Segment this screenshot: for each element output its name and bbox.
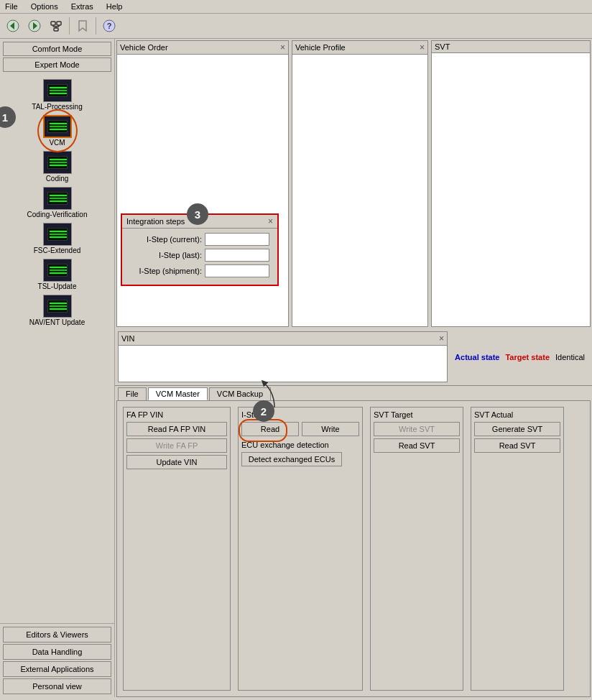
read-svt-actual-button[interactable]: Read SVT [474,438,560,453]
read-button[interactable]: Read [241,422,299,436]
tab-file[interactable]: File [118,387,147,400]
tab-vcm-backup[interactable]: VCM Backup [209,387,271,400]
menu-options[interactable]: Options [29,1,60,11]
coding-verification-label: Coding-Verification [27,211,88,218]
write-button[interactable]: Write [302,422,359,436]
svg-rect-4 [51,22,55,25]
step3-circle: 3 [187,203,208,225]
personal-view-button[interactable]: Personal view [3,678,111,694]
coding-verification-icon [43,187,72,210]
read-svt-target-button[interactable]: Read SVT [374,438,460,453]
expert-mode-button[interactable]: Expert Mode [3,57,111,72]
fa-fp-vin-buttons: Read FA FP VIN Write FA FP Update VIN [126,422,227,469]
i-steps-section: I-Steps 2 Read Write [238,407,363,691]
i-steps-buttons: 2 Read Write [241,422,359,436]
menu-help[interactable]: Help [104,1,125,11]
tal-processing-label: TAL-Processing [32,103,82,111]
nav-item-tal-processing[interactable]: TAL-Processing [3,78,111,112]
comfort-mode-button[interactable]: Comfort Mode [3,42,111,56]
sidebar-mode-buttons: Comfort Mode Expert Mode [0,39,114,75]
vin-status-row: 3 Integration steps × I-Step (current): … [115,328,592,386]
svt-body [432,53,590,326]
vin-panel-header: VIN × [119,332,447,346]
fa-fp-vin-section: FA FP VIN Read FA FP VIN Write FA FP Upd… [123,407,231,691]
detect-exchanged-button[interactable]: Detect exchanged ECUs [241,452,342,466]
toolbar-separator [69,17,70,34]
svt-target-section: SVT Target Write SVT Read SVT [370,407,463,691]
i-step-last-row: I-Step (last): [126,249,273,262]
sidebar-bottom: Editors & Viewers Data Handling External… [0,623,114,697]
integration-steps-close[interactable]: × [268,216,273,226]
vehicle-order-title: Vehicle Order [120,43,168,52]
fsc-extended-label: FSC-Extended [34,247,81,254]
network-button[interactable] [46,16,66,36]
tab-vcm-master[interactable]: VCM Master [148,387,208,400]
i-step-last-label: I-Step (last): [126,251,202,259]
editors-viewers-button[interactable]: Editors & Viewers [3,627,111,643]
help-button[interactable]: ? [99,16,119,36]
read-fa-fp-vin-button[interactable]: Read FA FP VIN [126,422,227,436]
i-step-shipment-label: I-Step (shipment): [126,267,202,275]
vehicle-order-header: Vehicle Order × [117,41,288,55]
nav-item-coding[interactable]: Coding [3,149,111,184]
nav-ent-update-icon [43,295,72,318]
fa-fp-vin-title: FA FP VIN [126,410,227,419]
update-vin-button[interactable]: Update VIN [126,455,227,469]
data-handling-button[interactable]: Data Handling [3,644,111,660]
nav-item-nav-ent-update[interactable]: NAV/ENT Update [3,293,111,328]
read-button-container: Read [241,422,299,436]
svt-actual-buttons: Generate SVT Read SVT [474,422,560,453]
coding-label: Coding [46,175,69,183]
generate-svt-button[interactable]: Generate SVT [474,422,560,436]
main-layout: Comfort Mode Expert Mode TAL-Processing … [0,39,592,697]
vehicle-profile-title: Vehicle Profile [295,43,346,52]
nav-item-vcm[interactable]: 1 VCM [3,114,111,148]
forward-button[interactable] [24,16,45,36]
nav-item-fsc-extended[interactable]: FSC-Extended [3,221,111,256]
vehicle-profile-panel: Vehicle Profile × [292,40,428,327]
nav-item-tsl-update[interactable]: TSL-Update [3,257,111,292]
write-fa-fp-button[interactable]: Write FA FP [126,438,227,453]
target-state-label: Target state [505,353,550,361]
ecu-exchange-title: ECU exchange detection [241,441,359,449]
integration-steps-body: I-Step (current): I-Step (last): I-Step … [122,229,277,285]
vcm-icon [43,115,72,138]
write-svt-button[interactable]: Write SVT [374,422,460,436]
toolbar-separator-2 [96,17,96,34]
svt-target-title: SVT Target [374,410,460,419]
svg-rect-6 [54,28,58,31]
vehicle-order-close[interactable]: × [280,42,285,52]
integration-steps-title: Integration steps [126,217,185,226]
i-step-shipment-input[interactable] [205,264,269,277]
coding-icon [43,151,72,174]
actual-state-label: Actual state [455,353,499,361]
i-step-current-label: I-Step (current): [126,235,202,244]
i-step-current-row: I-Step (current): [126,233,273,246]
tsl-update-icon [43,259,72,282]
nav-item-coding-verification[interactable]: Coding-Verification [3,185,111,220]
nav-items: TAL-Processing 1 VCM [0,75,114,623]
external-applications-button[interactable]: External Applications [3,661,111,677]
tabs-row: File VCM Master VCM Backup [115,386,592,400]
svg-rect-5 [57,22,61,25]
bookmark-button[interactable] [73,16,93,36]
vin-panel: VIN × [118,331,448,382]
i-step-current-input[interactable] [205,233,269,246]
menu-file[interactable]: File [3,1,20,11]
svt-target-buttons: Write SVT Read SVT [374,422,460,453]
vehicle-profile-body [292,55,427,326]
content-area: Vehicle Order × Vehicle Profile × SVT [115,39,592,697]
menu-extras[interactable]: Extras [69,1,96,11]
vin-title: VIN [121,334,134,343]
i-step-last-input[interactable] [205,249,269,262]
vin-close[interactable]: × [439,333,444,344]
tal-processing-icon [43,79,72,102]
menubar: File Options Extras Help [0,0,592,14]
i-step-shipment-row: I-Step (shipment): [126,264,273,277]
svt-actual-title: SVT Actual [474,410,560,419]
step2-circle: 2 [253,400,274,422]
vehicle-profile-close[interactable]: × [420,42,425,52]
tsl-update-label: TSL-Update [38,282,77,290]
back-button[interactable] [3,16,23,36]
svt-panel: SVT [431,40,591,327]
